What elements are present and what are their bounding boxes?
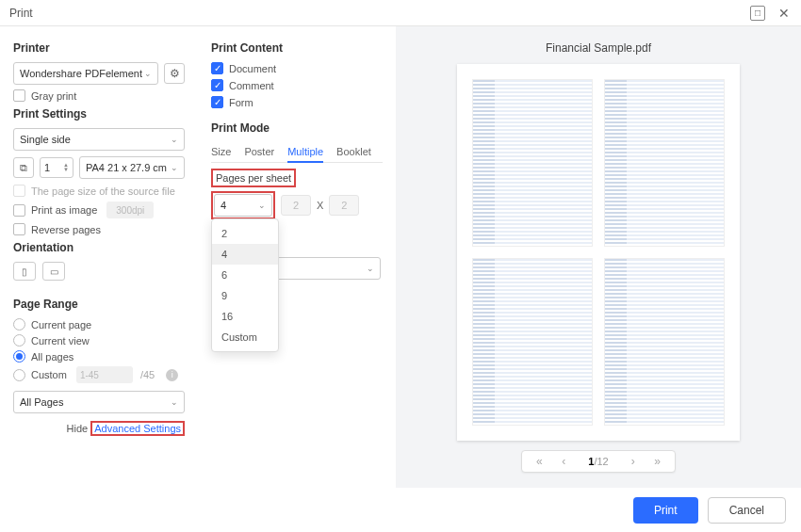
pps-select[interactable]: 4 ⌄ bbox=[214, 194, 272, 217]
print-button[interactable]: Print bbox=[633, 497, 698, 524]
preview-page-3 bbox=[472, 258, 593, 426]
tab-poster[interactable]: Poster bbox=[244, 142, 274, 162]
custom-range-label: Custom bbox=[31, 369, 67, 380]
reverse-row[interactable]: Reverse pages bbox=[13, 223, 185, 235]
pps-option-9[interactable]: 9 bbox=[212, 285, 278, 306]
left-panel: Printer Wondershare PDFelement ⌄ ⚙ Gray … bbox=[0, 26, 198, 488]
source-size-row: The page size of the source file bbox=[13, 185, 185, 197]
custom-range-row[interactable]: Custom 1-45 /45 i bbox=[13, 366, 185, 383]
window-controls: □ ✕ bbox=[750, 6, 792, 21]
all-pages-label: All pages bbox=[31, 351, 74, 363]
current-view-row[interactable]: Current view bbox=[13, 334, 185, 347]
preview-page-1 bbox=[472, 79, 593, 247]
total-pages: /45 bbox=[140, 369, 155, 380]
side-value: Single side bbox=[20, 134, 71, 145]
gray-print-checkbox[interactable] bbox=[13, 89, 25, 102]
pps-option-6[interactable]: 6 bbox=[212, 265, 278, 285]
grid-cols: 2 bbox=[281, 195, 311, 216]
advanced-settings-link[interactable]: Advanced Settings bbox=[94, 423, 181, 434]
current-view-radio[interactable] bbox=[13, 334, 25, 347]
copies-row: ⧉ 1 ▲▼ PA4 21 x 27.9 cm ⌄ bbox=[13, 156, 185, 179]
current-view-label: Current view bbox=[31, 335, 90, 347]
preview-page-2 bbox=[604, 79, 725, 247]
pps-select-highlight: 4 ⌄ bbox=[211, 191, 275, 219]
chevron-down-icon: ⌄ bbox=[171, 397, 178, 407]
pager-total: /12 bbox=[594, 456, 608, 467]
source-size-label: The page size of the source file bbox=[31, 185, 175, 197]
pps-dropdown: 2 4 6 9 16 Custom bbox=[211, 218, 279, 352]
reverse-checkbox[interactable] bbox=[13, 223, 25, 235]
x-label: X bbox=[317, 200, 323, 211]
printer-selected: Wondershare PDFelement bbox=[20, 68, 142, 79]
custom-range-input[interactable]: 1-45 bbox=[76, 366, 133, 383]
hide-text: Hide bbox=[67, 423, 89, 434]
pps-option-16[interactable]: 16 bbox=[212, 306, 278, 327]
document-label: Document bbox=[229, 63, 276, 74]
copies-spinner[interactable]: 1 ▲▼ bbox=[40, 157, 74, 178]
printer-settings-button[interactable]: ⚙ bbox=[164, 63, 185, 84]
tab-size[interactable]: Size bbox=[211, 142, 231, 162]
document-row[interactable]: ✓ Document bbox=[211, 62, 383, 74]
pps-label: Pages per sheet bbox=[216, 172, 291, 184]
current-page-row[interactable]: Current page bbox=[13, 318, 185, 330]
landscape-button[interactable]: ▭ bbox=[42, 262, 65, 281]
orientation-title: Orientation bbox=[13, 241, 185, 254]
preview-panel: Financial Sample.pdf « ‹ 1/12 › » bbox=[396, 26, 801, 488]
middle-panel: Print Content ✓ Document ✓ Comment ✓ For… bbox=[198, 26, 396, 488]
pager-prev[interactable]: ‹ bbox=[554, 455, 573, 468]
all-pages-radio[interactable] bbox=[13, 350, 25, 363]
tab-booklet[interactable]: Booklet bbox=[336, 142, 371, 162]
info-icon[interactable]: i bbox=[166, 369, 178, 381]
gray-print-label: Gray print bbox=[31, 90, 76, 102]
advanced-highlight: Advanced Settings bbox=[90, 421, 185, 436]
comment-label: Comment bbox=[229, 80, 274, 91]
chevron-down-icon: ⌄ bbox=[258, 201, 266, 210]
pps-row: 4 ⌄ 2 X 2 bbox=[211, 191, 383, 219]
pps-option-4[interactable]: 4 bbox=[212, 244, 278, 265]
spinner-arrows[interactable]: ▲▼ bbox=[63, 163, 69, 172]
subset-select[interactable]: All Pages ⌄ bbox=[13, 391, 185, 413]
current-page-label: Current page bbox=[31, 319, 91, 330]
page-range-title: Page Range bbox=[13, 298, 185, 311]
cancel-button[interactable]: Cancel bbox=[708, 497, 786, 524]
source-size-checkbox[interactable] bbox=[13, 185, 25, 197]
pps-option-2[interactable]: 2 bbox=[212, 223, 278, 244]
pager-text: 1/12 bbox=[579, 456, 617, 467]
paper-select[interactable]: PA4 21 x 27.9 cm ⌄ bbox=[79, 156, 185, 179]
window-title: Print bbox=[9, 7, 33, 20]
dpi-box: 300dpi bbox=[106, 202, 154, 218]
document-checkbox[interactable]: ✓ bbox=[211, 62, 223, 74]
tab-multiple[interactable]: Multiple bbox=[287, 142, 323, 163]
maximize-button[interactable]: □ bbox=[750, 6, 765, 21]
preview-sheet bbox=[457, 64, 740, 441]
current-page-radio[interactable] bbox=[13, 318, 25, 330]
pager-last[interactable]: » bbox=[648, 455, 667, 468]
preview-page-4 bbox=[604, 258, 725, 426]
comment-checkbox[interactable]: ✓ bbox=[211, 79, 223, 91]
chevron-down-icon: ⌄ bbox=[171, 163, 178, 172]
chevron-down-icon: ⌄ bbox=[144, 69, 152, 78]
titlebar: Print □ ✕ bbox=[0, 0, 801, 26]
copies-icon[interactable]: ⧉ bbox=[13, 157, 34, 178]
close-button[interactable]: ✕ bbox=[776, 6, 792, 21]
custom-range-radio[interactable] bbox=[13, 369, 25, 381]
comment-row[interactable]: ✓ Comment bbox=[211, 79, 383, 91]
pager-next[interactable]: › bbox=[624, 455, 643, 468]
printer-select[interactable]: Wondershare PDFelement ⌄ bbox=[13, 62, 158, 85]
pager-first[interactable]: « bbox=[530, 455, 548, 468]
printer-section-title: Printer bbox=[13, 41, 185, 55]
print-content-title: Print Content bbox=[211, 41, 383, 55]
side-select[interactable]: Single side ⌄ bbox=[13, 128, 185, 151]
gray-print-row[interactable]: Gray print bbox=[13, 89, 185, 102]
all-pages-row[interactable]: All pages bbox=[13, 350, 185, 363]
portrait-button[interactable]: ▯ bbox=[13, 262, 36, 281]
form-row[interactable]: ✓ Form bbox=[211, 96, 383, 108]
form-checkbox[interactable]: ✓ bbox=[211, 96, 223, 108]
chevron-down-icon: ⌄ bbox=[367, 264, 374, 273]
print-image-row[interactable]: Print as image 300dpi bbox=[13, 202, 185, 218]
orientation-buttons: ▯ ▭ bbox=[13, 262, 185, 281]
copies-value: 1 bbox=[44, 162, 50, 173]
print-image-checkbox[interactable] bbox=[13, 204, 25, 217]
pps-option-custom[interactable]: Custom bbox=[212, 327, 278, 347]
form-label: Form bbox=[229, 97, 253, 108]
